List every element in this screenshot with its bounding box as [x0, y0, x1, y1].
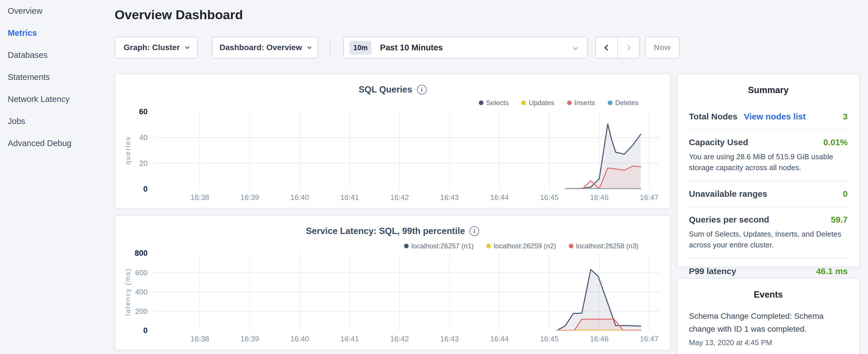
chart-legend: localhost:26257 (n1)localhost:26259 (n2)… [404, 242, 639, 250]
info-icon[interactable]: i [417, 85, 427, 95]
summary-row: Queries per second59.7Sum of Selects, Up… [689, 207, 848, 258]
y-tick-label: 600 [119, 268, 148, 277]
time-range-picker[interactable]: 10m Past 10 Minutes [343, 37, 587, 58]
chart-legend: SelectsUpdatesInsertsDeletes [479, 99, 639, 107]
chevron-down-icon [185, 44, 189, 49]
y-tick-label: 200 [119, 307, 148, 316]
summary-metric-value: 46.1 ms [816, 266, 848, 276]
summary-metric-value: 3 [843, 112, 848, 122]
legend-label: localhost:26259 (n2) [494, 242, 556, 250]
x-tick-label: 16:39 [230, 334, 270, 344]
y-tick-label: 40 [119, 133, 148, 142]
sidebar-item-jobs[interactable]: Jobs [0, 110, 115, 132]
page-title: Overview Dashboard [115, 7, 243, 22]
legend-item: Selects [479, 99, 509, 107]
event-text: Schema Change Completed: Schema change w… [689, 310, 848, 335]
now-button[interactable]: Now [645, 37, 679, 58]
legend-label: Selects [486, 99, 509, 107]
y-axis-label: latency (ms) [124, 243, 133, 341]
time-prev-button[interactable] [596, 37, 617, 58]
summary-metric-label: Queries per second [689, 215, 769, 225]
time-step-buttons [595, 37, 640, 58]
events-panel: Events Schema Change Completed: Schema c… [677, 278, 860, 354]
y-tick-label: 800 [119, 249, 148, 258]
legend-dot [569, 244, 574, 248]
sidebar-item-databases[interactable]: Databases [0, 44, 115, 66]
x-tick-label: 16:47 [629, 193, 669, 202]
legend-dot [608, 100, 612, 105]
summary-row-head: P99 latency46.1 ms [689, 266, 848, 276]
sidebar-item-overview[interactable]: Overview [0, 0, 115, 22]
dashboard-dropdown[interactable]: Dashboard: Overview [212, 37, 318, 58]
summary-row-head: Capacity Used0.01% [689, 137, 848, 147]
view-nodes-link[interactable]: View nodes list [744, 112, 806, 122]
legend-item: localhost:26258 (n3) [569, 242, 639, 250]
legend-dot [567, 100, 572, 105]
legend-dot [404, 244, 409, 248]
x-tick-label: 16:40 [280, 193, 320, 202]
x-tick-label: 16:46 [579, 334, 619, 344]
legend-label: Inserts [575, 99, 595, 107]
chevron-down-icon [307, 44, 312, 49]
summary-metric-subtext: You are using 28.6 MiB of 515.9 GiB usab… [689, 151, 848, 173]
events-list: Schema Change Completed: Schema change w… [689, 310, 848, 347]
x-tick-label: 16:39 [230, 193, 270, 202]
x-tick-label: 16:38 [180, 334, 220, 344]
y-tick-label: 20 [119, 159, 148, 168]
y-tick-label: 0 [119, 185, 148, 194]
dashboard-dropdown-label: Dashboard: Overview [219, 43, 302, 52]
service-latency-chart-panel: Service Latency: SQL, 99th percentile i … [115, 215, 671, 350]
sql-queries-chart-panel: SQL Queries i SelectsUpdatesInsertsDelet… [115, 74, 671, 209]
chart-plot[interactable] [154, 253, 660, 330]
legend-label: Updates [529, 99, 554, 107]
summary-metric-value: 0 [843, 189, 848, 199]
sidebar-item-network-latency[interactable]: Network Latency [0, 88, 115, 110]
x-tick-label: 16:45 [529, 334, 569, 344]
app-root: OverviewMetricsDatabasesStatementsNetwor… [0, 0, 868, 354]
x-tick-label: 16:43 [429, 193, 469, 202]
chart-plot[interactable] [154, 112, 660, 189]
x-tick-label: 16:41 [330, 334, 370, 344]
summary-row: Total NodesView nodes list3 [689, 104, 848, 129]
summary-rows: Total NodesView nodes list3Capacity Used… [689, 104, 848, 284]
legend-label: Deletes [615, 99, 639, 107]
legend-item: Deletes [608, 99, 639, 107]
summary-metric-subtext: Sum of Selects, Updates, Inserts, and De… [689, 229, 848, 250]
legend-label: localhost:26258 (n3) [576, 242, 639, 250]
summary-panel: Summary Total NodesView nodes list3Capac… [677, 74, 860, 267]
summary-metric-value: 59.7 [831, 215, 848, 225]
x-tick-label: 16:43 [429, 334, 469, 344]
graph-dropdown-label: Graph: Cluster [124, 43, 180, 52]
x-tick-label: 16:45 [529, 193, 569, 202]
sidebar-item-metrics[interactable]: Metrics [0, 22, 115, 44]
time-next-button[interactable] [617, 37, 639, 58]
y-tick-label: 0 [119, 326, 148, 335]
legend-item: Inserts [567, 99, 595, 107]
chart-title: SQL Queries [359, 85, 412, 95]
summary-row-head: Total NodesView nodes list3 [689, 112, 848, 122]
y-axis-label: queries [124, 102, 133, 199]
legend-dot [486, 244, 491, 248]
summary-metric-label: P99 latency [689, 266, 736, 276]
x-tick-label: 16:40 [280, 334, 320, 344]
events-title: Events [677, 290, 859, 300]
y-tick-label: 60 [119, 107, 148, 116]
graph-dropdown[interactable]: Graph: Cluster [115, 37, 198, 58]
info-icon[interactable]: i [469, 226, 479, 236]
summary-row: Unavailable ranges0 [689, 181, 848, 206]
sidebar-item-advanced-debug[interactable]: Advanced Debug [0, 132, 115, 154]
legend-dot [479, 100, 484, 105]
x-tick-label: 16:38 [180, 193, 220, 202]
summary-metric-label: Total Nodes [689, 112, 737, 122]
sidebar: OverviewMetricsDatabasesStatementsNetwor… [0, 0, 115, 354]
event-item: Schema Change Completed: Schema change w… [689, 310, 848, 347]
time-range-badge: 10m [350, 41, 371, 55]
now-button-label: Now [654, 43, 671, 52]
summary-metric-label: Capacity Used [689, 137, 748, 147]
summary-row: Capacity Used0.01%You are using 28.6 MiB… [689, 130, 848, 181]
sidebar-item-statements[interactable]: Statements [0, 66, 115, 88]
y-tick-label: 400 [119, 287, 148, 296]
legend-item: Updates [521, 99, 554, 107]
x-tick-label: 16:47 [629, 334, 669, 344]
x-tick-label: 16:46 [579, 193, 619, 202]
